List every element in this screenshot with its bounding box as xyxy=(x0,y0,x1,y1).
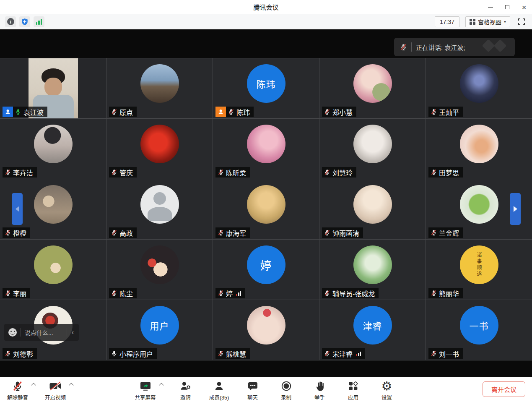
participant-name: 王灿平 xyxy=(439,107,459,117)
avatar xyxy=(353,185,392,224)
participant-tile-袁江波[interactable]: 袁江波 xyxy=(0,58,106,118)
participant-name: 刘德彰 xyxy=(13,349,33,359)
participant-tile-郑小慧[interactable]: 郑小慧 xyxy=(319,58,426,118)
participant-nameplate: 兰金辉 xyxy=(428,227,463,238)
participant-tile-康海军[interactable]: 康海军 xyxy=(213,179,319,239)
mic-muted-icon xyxy=(400,44,407,51)
participant-nameplate: 陈昕柔 xyxy=(215,167,250,178)
leave-meeting-button[interactable]: 离开会议 xyxy=(483,381,525,397)
share-options-chevron[interactable] xyxy=(159,383,163,387)
chat-button[interactable]: 聊天 xyxy=(242,379,264,401)
mic-muted-icon xyxy=(431,109,437,115)
participant-nameplate: 刘一书 xyxy=(428,348,463,359)
avatar: 一书 xyxy=(460,306,498,345)
raise-hand-button[interactable]: 举手 xyxy=(309,379,331,401)
tools-group: 共享屏幕 邀请 成员(35) xyxy=(135,379,398,401)
participant-name: 陈尘 xyxy=(119,288,133,298)
maximize-button[interactable] xyxy=(503,3,511,11)
participant-tile-李丽[interactable]: 李丽 xyxy=(0,240,106,300)
meeting-info-button[interactable]: i xyxy=(5,16,16,27)
participant-tile-婷[interactable]: 婷婷 xyxy=(213,240,319,300)
weak-network-icon xyxy=(236,291,241,296)
participant-tile-陈昕柔[interactable]: 陈昕柔 xyxy=(213,119,319,179)
participant-name: 钟雨菡清 xyxy=(332,228,359,238)
chat-divider xyxy=(67,328,67,337)
participant-tile-熊丽华[interactable]: 诸事顺遂熊丽华 xyxy=(426,240,532,300)
participant-nameplate: 熊桃慧 xyxy=(215,348,250,359)
participant-tile-熊桃慧[interactable]: 熊桃慧 xyxy=(213,300,319,360)
avatar xyxy=(140,245,179,284)
participant-nameplate: 辅导员-张威龙 xyxy=(322,288,379,298)
layout-view-label: 宫格视图 xyxy=(478,18,501,26)
mic-muted-icon xyxy=(324,230,330,236)
chat-label: 聊天 xyxy=(247,393,258,401)
participant-tile-原点[interactable]: 原点 xyxy=(106,58,213,118)
avatar xyxy=(247,306,285,345)
mic-muted-icon xyxy=(324,109,330,115)
participant-tile-刘一书[interactable]: 一书刘一书 xyxy=(426,300,532,360)
participant-tile-钟雨菡清[interactable]: 钟雨菡清 xyxy=(319,179,426,239)
video-options-chevron[interactable] xyxy=(69,383,73,387)
window-controls: × xyxy=(487,0,528,14)
close-button[interactable]: × xyxy=(520,3,528,11)
meeting-stage: 正在讲话: 袁江波; 袁江波原点陈玮陈玮郑小慧王灿平李卉洁管庆陈昕柔刘慧玲田梦思… xyxy=(0,29,532,377)
participant-tile-宋津睿[interactable]: 津睿宋津睿 xyxy=(319,300,426,360)
members-label: 成员(35) xyxy=(209,393,229,401)
participant-tile-陈玮[interactable]: 陈玮陈玮 xyxy=(213,58,319,118)
mic-muted-icon xyxy=(111,169,117,175)
layout-view-button[interactable]: 宫格视图 ▾ xyxy=(465,16,510,27)
participant-tile-刘慧玲[interactable]: 刘慧玲 xyxy=(319,119,426,179)
avatar xyxy=(34,185,73,224)
share-screen-button[interactable]: 共享屏幕 xyxy=(135,379,156,401)
participant-nameplate: 李丽 xyxy=(3,288,30,298)
apps-button[interactable]: 应用 xyxy=(343,379,364,401)
participant-tile-小程序用户[interactable]: 用户小程序用户 xyxy=(106,300,213,360)
mic-icon xyxy=(111,350,117,357)
next-page-button[interactable] xyxy=(510,193,521,225)
active-speaker-banner: 正在讲话: 袁江波; xyxy=(394,38,515,56)
participant-nameplate: 袁江波 xyxy=(3,107,47,117)
participant-tile-田梦思[interactable]: 田梦思 xyxy=(426,119,532,179)
avatar xyxy=(460,185,498,224)
participant-nameplate: 小程序用户 xyxy=(109,348,157,359)
participant-name: 陈玮 xyxy=(236,107,250,117)
unmute-label: 解除静音 xyxy=(7,393,28,401)
info-icon: i xyxy=(7,18,14,25)
maximize-icon xyxy=(505,5,509,9)
start-video-button[interactable]: 开启视频 xyxy=(44,379,66,401)
audio-options-chevron[interactable] xyxy=(31,383,36,387)
participant-nameplate: 陈玮 xyxy=(215,107,254,117)
security-button[interactable] xyxy=(19,16,30,27)
banner-decoration xyxy=(484,41,505,50)
previous-page-button[interactable] xyxy=(12,193,23,225)
participant-tile-高政[interactable]: 高政 xyxy=(106,179,213,239)
person-icon xyxy=(218,109,224,115)
start-video-label: 开启视频 xyxy=(45,393,66,401)
network-quality-button[interactable] xyxy=(34,16,44,27)
unmute-button[interactable]: 解除静音 xyxy=(7,379,29,401)
fullscreen-button[interactable] xyxy=(516,16,527,27)
chat-input[interactable]: 说点什么... xyxy=(25,328,63,337)
settings-button[interactable]: ⚙ 设置 xyxy=(376,379,398,401)
participant-tile-王灿平[interactable]: 王灿平 xyxy=(426,58,532,118)
apps-label: 应用 xyxy=(348,393,358,401)
invite-button[interactable]: 邀请 xyxy=(175,379,197,401)
avatar xyxy=(247,185,285,224)
participant-tile-李卉洁[interactable]: 李卉洁 xyxy=(0,119,106,179)
banner-divider xyxy=(411,42,412,52)
record-button[interactable]: 录制 xyxy=(275,379,297,401)
participant-tile-辅导员-张威龙[interactable]: 辅导员-张威龙 xyxy=(319,240,426,300)
participant-nameplate: 李卉洁 xyxy=(3,167,37,178)
invite-label: 邀请 xyxy=(180,393,191,401)
mic-muted-icon xyxy=(5,169,11,175)
participant-nameplate: 婷 xyxy=(215,288,245,298)
collapse-chat-icon[interactable]: ‹ xyxy=(71,329,75,336)
avatar xyxy=(247,125,285,163)
window-title: 腾讯会议 xyxy=(253,3,278,11)
minimize-button[interactable] xyxy=(487,3,494,11)
participant-tile-管庆[interactable]: 管庆 xyxy=(106,119,213,179)
participant-tile-陈尘[interactable]: 陈尘 xyxy=(106,240,213,300)
members-button[interactable]: 成员(35) xyxy=(208,379,230,401)
emoji-icon[interactable] xyxy=(8,328,17,337)
participant-name: 婷 xyxy=(226,288,233,298)
